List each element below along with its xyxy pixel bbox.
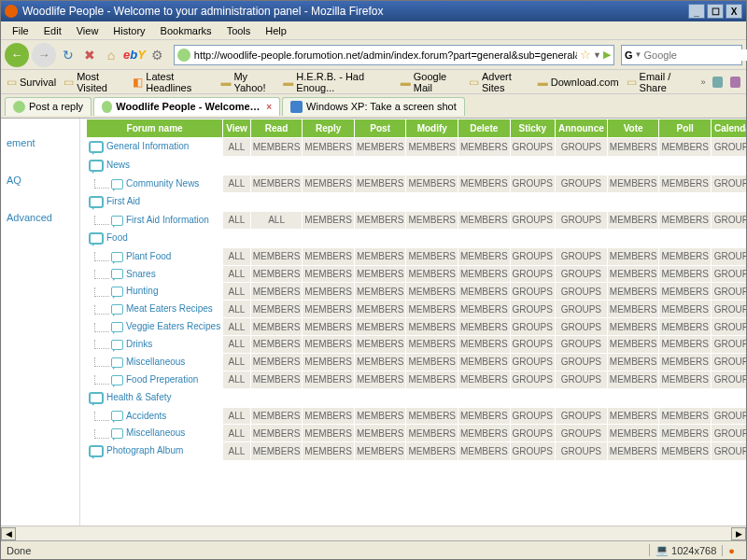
permission-cell[interactable]: MEMBERS [608, 212, 659, 229]
bookmark-item[interactable]: ▭Email / Share [627, 71, 694, 93]
permission-cell[interactable]: MEMBERS [303, 425, 354, 441]
permission-cell[interactable]: MEMBERS [608, 248, 659, 265]
permission-cell[interactable]: MEMBERS [355, 408, 406, 425]
url-dropdown-icon[interactable]: ▼ [593, 50, 601, 60]
permission-cell[interactable]: MEMBERS [406, 408, 458, 425]
home-button[interactable]: ⌂ [102, 46, 120, 64]
permission-cell[interactable]: MEMBERS [608, 408, 659, 425]
permission-cell[interactable]: GROUPS [712, 318, 746, 335]
bookmark-item[interactable]: ▭Most Visited [63, 71, 125, 93]
permission-cell[interactable]: MEMBERS [251, 408, 303, 425]
scroll-track[interactable] [16, 527, 731, 540]
forum-link[interactable]: Drinks [126, 339, 152, 349]
permission-cell[interactable]: MEMBERS [659, 138, 711, 156]
permission-cell[interactable]: MEMBERS [406, 266, 458, 283]
menu-bookmarks[interactable]: Bookmarks [153, 23, 219, 38]
permission-cell[interactable]: MEMBERS [406, 336, 458, 353]
forum-link[interactable]: First Aid Information [126, 215, 209, 225]
permission-cell[interactable]: MEMBERS [251, 442, 303, 460]
permission-cell[interactable]: MEMBERS [251, 175, 303, 192]
permission-cell[interactable]: ALL [251, 212, 303, 229]
forum-link[interactable]: First Aid [106, 196, 140, 206]
permission-cell[interactable]: MEMBERS [251, 301, 303, 317]
permission-cell[interactable]: ALL [223, 212, 250, 229]
search-bar[interactable]: G ▼ [621, 45, 742, 65]
permission-cell[interactable]: GROUPS [511, 266, 555, 283]
permission-cell[interactable]: GROUPS [556, 425, 607, 441]
permission-cell[interactable]: MEMBERS [659, 354, 711, 371]
menu-history[interactable]: History [106, 23, 152, 38]
ebay-icon[interactable]: ebY [123, 48, 146, 62]
permission-cell[interactable]: MEMBERS [251, 336, 303, 353]
permission-cell[interactable]: MEMBERS [608, 354, 659, 371]
permission-cell[interactable]: GROUPS [712, 212, 746, 229]
extension-icon[interactable] [712, 77, 723, 88]
permission-cell[interactable]: MEMBERS [608, 138, 659, 156]
permission-cell[interactable]: MEMBERS [406, 371, 458, 388]
forum-link[interactable]: Plant Food [126, 251, 171, 261]
permission-cell[interactable]: MEMBERS [608, 371, 659, 388]
permission-cell[interactable]: GROUPS [511, 354, 555, 371]
forum-link[interactable]: Health & Safety [106, 392, 171, 402]
permission-cell[interactable]: MEMBERS [251, 371, 303, 388]
permission-cell[interactable]: GROUPS [511, 212, 555, 229]
permission-cell[interactable]: MEMBERS [355, 354, 406, 371]
browser-tab[interactable]: Windows XP: Take a screen shot [282, 97, 465, 116]
permission-cell[interactable]: MEMBERS [458, 425, 510, 441]
permission-cell[interactable]: GROUPS [511, 425, 555, 441]
permission-cell[interactable]: ALL [223, 442, 250, 460]
permission-cell[interactable]: MEMBERS [406, 425, 458, 441]
permission-cell[interactable]: GROUPS [511, 408, 555, 425]
scroll-left-button[interactable]: ◀ [1, 527, 16, 540]
forum-link[interactable]: News [106, 160, 130, 170]
menu-file[interactable]: File [5, 23, 36, 38]
permission-cell[interactable]: MEMBERS [303, 442, 354, 460]
permission-cell[interactable]: GROUPS [556, 354, 607, 371]
sidebar-item[interactable]: ement [7, 137, 74, 148]
permission-cell[interactable]: MEMBERS [659, 336, 711, 353]
permission-cell[interactable]: GROUPS [712, 283, 746, 300]
permission-cell[interactable]: MEMBERS [303, 283, 354, 300]
browser-tab[interactable]: Post a reply [5, 97, 92, 116]
permission-cell[interactable]: MEMBERS [659, 318, 711, 335]
forum-link[interactable]: Meat Eaters Recipes [126, 303, 213, 314]
permission-cell[interactable]: MEMBERS [355, 318, 406, 335]
permission-cell[interactable]: GROUPS [511, 301, 555, 317]
search-input[interactable] [643, 49, 747, 61]
permission-cell[interactable]: MEMBERS [355, 138, 406, 156]
permission-cell[interactable]: ALL [223, 336, 250, 353]
permission-cell[interactable]: MEMBERS [458, 301, 510, 317]
permission-cell[interactable]: MEMBERS [251, 425, 303, 441]
permission-cell[interactable]: MEMBERS [355, 283, 406, 300]
menu-edit[interactable]: Edit [36, 23, 69, 38]
permission-cell[interactable]: MEMBERS [458, 175, 510, 192]
permission-cell[interactable]: MEMBERS [406, 283, 458, 300]
permission-cell[interactable]: MEMBERS [608, 266, 659, 283]
permission-cell[interactable]: GROUPS [556, 442, 607, 460]
search-provider-icon[interactable]: G [625, 49, 633, 62]
permission-cell[interactable]: MEMBERS [251, 354, 303, 371]
permission-cell[interactable]: MEMBERS [355, 371, 406, 388]
forum-link[interactable]: Miscellaneous [126, 357, 185, 367]
permission-cell[interactable]: MEMBERS [458, 266, 510, 283]
permission-cell[interactable]: MEMBERS [659, 248, 711, 265]
bookmark-item[interactable]: ▭Survival [7, 76, 56, 89]
permission-cell[interactable]: ALL [223, 248, 250, 265]
permission-cell[interactable]: MEMBERS [458, 442, 510, 460]
permission-cell[interactable]: MEMBERS [406, 248, 458, 265]
bookmark-item[interactable]: ▭Advert Sites [469, 71, 530, 93]
reload-button[interactable]: ↻ [59, 46, 78, 64]
permission-cell[interactable]: MEMBERS [355, 336, 406, 353]
go-button[interactable]: ▶ [603, 49, 611, 61]
permission-cell[interactable]: MEMBERS [659, 175, 711, 192]
permission-cell[interactable]: MEMBERS [303, 248, 354, 265]
permission-cell[interactable]: MEMBERS [608, 318, 659, 335]
permission-cell[interactable]: MEMBERS [355, 248, 406, 265]
permission-cell[interactable]: MEMBERS [303, 408, 354, 425]
permission-cell[interactable]: MEMBERS [355, 301, 406, 317]
permission-cell[interactable]: GROUPS [556, 408, 607, 425]
permission-cell[interactable]: MEMBERS [608, 425, 659, 441]
forum-link[interactable]: Veggie Eaters Recipes [126, 321, 220, 331]
permission-cell[interactable]: ALL [223, 266, 250, 283]
permission-cell[interactable]: GROUPS [712, 425, 746, 441]
